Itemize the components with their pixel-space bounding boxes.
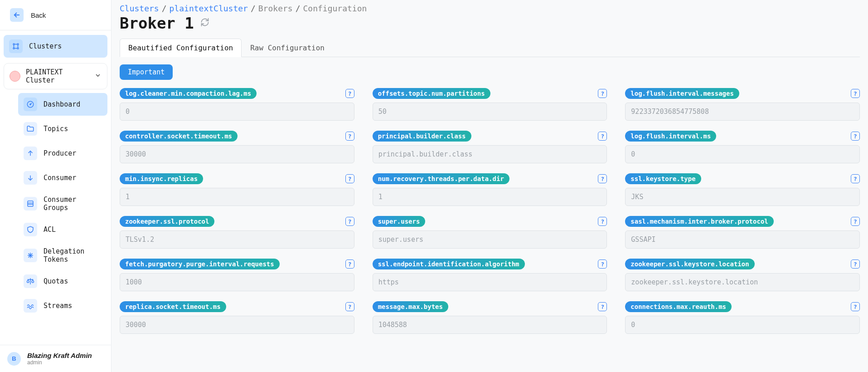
help-icon[interactable]: ? [851,89,860,98]
config-value-input[interactable] [120,103,354,121]
config-key-badge: sasl.mechanism.inter.broker.protocol [625,216,773,227]
config-grid: log.cleaner.min.compaction.lag.ms?offset… [120,88,860,334]
config-value-input[interactable] [373,145,607,163]
config-item: message.max.bytes? [373,301,607,334]
help-icon[interactable]: ? [598,174,607,183]
config-value-input[interactable] [373,230,607,249]
config-value-input[interactable] [625,316,860,334]
sidebar-footer: B Blazing Kraft Admin admin [0,345,111,372]
config-item: ssl.keystore.type? [625,173,860,206]
clusters-icon [9,39,23,53]
config-value-input[interactable] [373,103,607,121]
tab-beautified-configuration[interactable]: Beautified Configuration [120,39,242,57]
sidebar-item-clusters[interactable]: Clusters [4,35,107,58]
help-icon[interactable]: ? [345,302,354,311]
config-value-input[interactable] [373,316,607,334]
chevron-down-icon [94,72,102,81]
sidebar-item-producer[interactable]: Producer [18,142,107,165]
clusters-label: Clusters [29,42,62,50]
breadcrumb-item[interactable]: Clusters [120,4,159,13]
sidebar-item-delegation-tokens[interactable]: Delegation Tokens [18,243,107,268]
sidebar-item-label: Consumer [44,174,76,182]
help-icon[interactable]: ? [345,174,354,183]
sidebar-item-label: Delegation Tokens [44,247,102,264]
config-item: connections.max.reauth.ms? [625,301,860,334]
config-value-input[interactable] [120,145,354,163]
filter-important-button[interactable]: Important [120,64,173,80]
help-icon[interactable]: ? [345,132,354,141]
scale-icon [24,274,37,288]
gauge-icon [24,98,37,111]
config-label-row: fetch.purgatory.purge.interval.requests? [120,259,354,269]
cluster-selector[interactable]: PLAINTEXT Cluster [4,63,107,89]
config-value-input[interactable] [625,103,860,121]
config-label-row: zookeeper.ssl.keystore.location? [625,259,860,269]
config-label-row: log.cleaner.min.compaction.lag.ms? [120,88,354,99]
config-value-input[interactable] [120,188,354,206]
config-item: log.flush.interval.messages? [625,88,860,121]
help-icon[interactable]: ? [598,132,607,141]
svg-point-0 [13,44,15,45]
help-icon[interactable]: ? [345,259,354,269]
config-label-row: sasl.mechanism.inter.broker.protocol? [625,216,860,227]
config-value-input[interactable] [625,145,860,163]
help-icon[interactable]: ? [345,89,354,98]
help-icon[interactable]: ? [851,259,860,269]
config-key-badge: zookeeper.ssl.protocol [120,216,214,227]
page-title: Broker 1 [120,14,194,32]
help-icon[interactable]: ? [598,302,607,311]
config-label-row: num.recovery.threads.per.data.dir? [373,173,607,184]
config-key-badge: ssl.keystore.type [625,173,701,184]
config-key-badge: num.recovery.threads.per.data.dir [373,173,509,184]
sidebar-item-consumer[interactable]: Consumer [18,166,107,189]
help-icon[interactable]: ? [598,89,607,98]
config-item: offsets.topic.num.partitions? [373,88,607,121]
config-value-input[interactable] [120,316,354,334]
upload-icon [24,147,37,160]
avatar[interactable]: B [7,352,21,366]
divider [0,30,111,30]
config-value-input[interactable] [625,273,860,291]
sidebar-item-label: Consumer Groups [44,196,102,212]
sidebar-item-quotas[interactable]: Quotas [18,270,107,293]
sidebar-item-label: Producer [44,149,76,157]
config-value-input[interactable] [625,188,860,206]
tab-raw-configuration[interactable]: Raw Configuration [242,39,333,57]
help-icon[interactable]: ? [598,217,607,226]
wave-icon [24,299,37,313]
config-label-row: zookeeper.ssl.protocol? [120,216,354,227]
breadcrumb-separator: / [248,4,258,13]
reload-icon[interactable] [200,18,209,29]
help-icon[interactable]: ? [851,174,860,183]
help-icon[interactable]: ? [598,259,607,269]
config-value-input[interactable] [373,188,607,206]
folder-icon [24,122,37,136]
asterisk-icon [24,249,37,262]
config-key-badge: zookeeper.ssl.keystore.location [625,259,754,269]
help-icon[interactable]: ? [851,302,860,311]
config-label-row: min.insync.replicas? [120,173,354,184]
sidebar-item-acl[interactable]: ACL [18,218,107,241]
sidebar-item-streams[interactable]: Streams [18,294,107,317]
config-value-input[interactable] [120,230,354,249]
cluster-status-dot-icon [10,71,20,82]
config-value-input[interactable] [625,230,860,249]
config-value-input[interactable] [373,273,607,291]
config-key-badge: log.flush.interval.messages [625,88,739,99]
sidebar-item-dashboard[interactable]: Dashboard [18,93,107,116]
back-button[interactable]: Back [5,5,107,25]
config-item: fetch.purgatory.purge.interval.requests? [120,259,354,291]
breadcrumb-item[interactable]: plaintextCluster [170,4,248,13]
breadcrumb-separator: / [293,4,303,13]
back-label: Back [31,11,46,19]
user-role: admin [27,359,92,366]
help-icon[interactable]: ? [851,217,860,226]
sidebar-item-topics[interactable]: Topics [18,117,107,140]
help-icon[interactable]: ? [851,132,860,141]
config-value-input[interactable] [120,273,354,291]
config-key-badge: replica.socket.timeout.ms [120,301,226,312]
sidebar-nav: DashboardTopicsProducerConsumerConsumer … [0,93,111,319]
sidebar: Back Clusters PLAINTEXT Cluster Dashboar… [0,0,112,372]
sidebar-item-consumer-groups[interactable]: Consumer Groups [18,191,107,216]
help-icon[interactable]: ? [345,217,354,226]
